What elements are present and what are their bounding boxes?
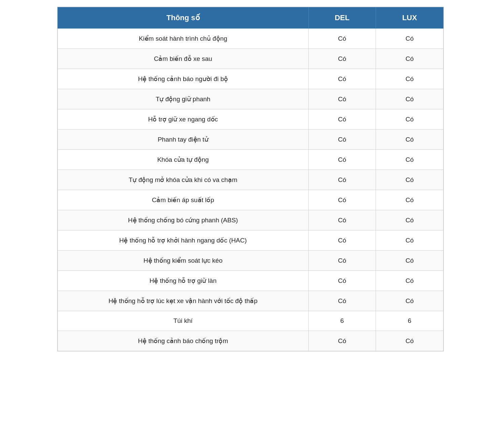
table-row: Khóa cửa tự độngCóCó (58, 150, 444, 170)
lux-value: 6 (376, 311, 444, 331)
del-value: Có (308, 129, 376, 150)
lux-value: Có (376, 291, 444, 311)
table-row: Phanh tay điện tửCóCó (58, 129, 444, 150)
feature-name: Cảm biến áp suất lốp (58, 190, 309, 210)
del-value: Có (308, 251, 376, 271)
feature-name: Hệ thống chống bó cứng phanh (ABS) (58, 210, 309, 230)
feature-name: Tự động giữ phanh (58, 89, 309, 109)
lux-value: Có (376, 89, 444, 109)
table-row: Hệ thống chống bó cứng phanh (ABS)CóCó (58, 210, 444, 230)
lux-value: Có (376, 129, 444, 150)
lux-value: Có (376, 69, 444, 89)
del-value: 6 (308, 311, 376, 331)
del-value: Có (308, 69, 376, 89)
table-header-row: Thông số DEL LUX (58, 7, 444, 29)
lux-value: Có (376, 150, 444, 170)
lux-value: Có (376, 170, 444, 190)
lux-value: Có (376, 49, 444, 69)
feature-name: Hệ thống hỗ trợ lúc kẹt xe vận hành với … (58, 291, 309, 311)
table-row: Hệ thống cảnh báo chống trộmCóCó (58, 331, 444, 351)
table-row: Cảm biến áp suất lốpCóCó (58, 190, 444, 210)
table-row: Hệ thống hỗ trợ giữ lànCóCó (58, 271, 444, 291)
feature-name: Khóa cửa tự động (58, 150, 309, 170)
lux-value: Có (376, 331, 444, 351)
table-row: Hệ thống cảnh báo người đi bộCóCó (58, 69, 444, 89)
lux-value: Có (376, 230, 444, 251)
table-row: Hệ thống hỗ trợ khởi hành ngang dốc (HAC… (58, 230, 444, 251)
del-value: Có (308, 109, 376, 129)
comparison-table: Thông số DEL LUX Kiểm soát hành trình ch… (57, 7, 444, 351)
feature-name: Hệ thống cảnh báo chống trộm (58, 331, 309, 351)
feature-name: Hệ thống hỗ trợ khởi hành ngang dốc (HAC… (58, 230, 309, 251)
del-value: Có (308, 230, 376, 251)
del-value: Có (308, 170, 376, 190)
del-value: Có (308, 29, 376, 49)
feature-name: Hệ thống hỗ trợ giữ làn (58, 271, 309, 291)
lux-value: Có (376, 190, 444, 210)
table-row: Tự động mở khóa cửa khi có va chạmCóCó (58, 170, 444, 190)
del-value: Có (308, 49, 376, 69)
del-value: Có (308, 190, 376, 210)
table-row: Hệ thống kiểm soát lực kéoCóCó (58, 251, 444, 271)
feature-name: Hệ thống kiểm soát lực kéo (58, 251, 309, 271)
feature-name: Hệ thống cảnh báo người đi bộ (58, 69, 309, 89)
table-row: Tự động giữ phanhCóCó (58, 89, 444, 109)
table-row: Kiểm soát hành trình chủ độngCóCó (58, 29, 444, 49)
feature-name: Tự động mở khóa cửa khi có va chạm (58, 170, 309, 190)
feature-name: Hỗ trợ giữ xe ngang dốc (58, 109, 309, 129)
feature-name: Kiểm soát hành trình chủ động (58, 29, 309, 49)
table-row: Túi khí66 (58, 311, 444, 331)
del-value: Có (308, 271, 376, 291)
feature-name: Cảm biến đỗ xe sau (58, 49, 309, 69)
feature-name: Phanh tay điện tử (58, 129, 309, 150)
lux-value: Có (376, 271, 444, 291)
del-value: Có (308, 150, 376, 170)
lux-value: Có (376, 210, 444, 230)
header-lux: LUX (376, 7, 444, 29)
lux-value: Có (376, 251, 444, 271)
del-value: Có (308, 89, 376, 109)
del-value: Có (308, 331, 376, 351)
del-value: Có (308, 291, 376, 311)
table-row: Hỗ trợ giữ xe ngang dốcCóCó (58, 109, 444, 129)
lux-value: Có (376, 109, 444, 129)
table-row: Hệ thống hỗ trợ lúc kẹt xe vận hành với … (58, 291, 444, 311)
table-row: Cảm biến đỗ xe sauCóCó (58, 49, 444, 69)
feature-name: Túi khí (58, 311, 309, 331)
lux-value: Có (376, 29, 444, 49)
header-feature: Thông số (58, 7, 309, 29)
header-del: DEL (308, 7, 376, 29)
del-value: Có (308, 210, 376, 230)
